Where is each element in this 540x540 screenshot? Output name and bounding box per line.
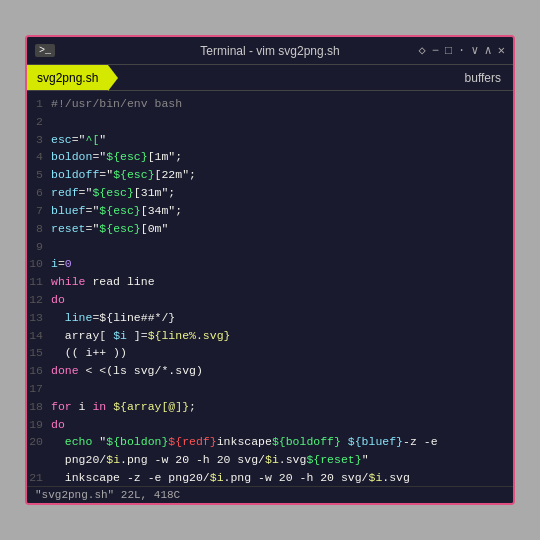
line-15: 15 (( i++ )) <box>27 344 513 362</box>
chevron-up-icon[interactable]: ∧ <box>485 43 492 58</box>
code-editor[interactable]: 1#!/usr/bin/env bash 2 3esc="^[" 4boldon… <box>27 91 513 486</box>
line-18: 18for i in ${array[@]}; <box>27 398 513 416</box>
dot-icon: · <box>458 44 465 58</box>
line-16: 16done < <(ls svg/*.svg) <box>27 362 513 380</box>
line-19: 19do <box>27 416 513 434</box>
titlebar: >_ Terminal - vim svg2png.sh ◇ − □ · ∨ ∧… <box>27 37 513 65</box>
active-tab[interactable]: svg2png.sh <box>27 65 108 90</box>
line-3: 3esc="^[" <box>27 131 513 149</box>
line-6: 6redf="${esc}[31m"; <box>27 184 513 202</box>
line-11: 11while read line <box>27 273 513 291</box>
chevron-down-icon[interactable]: ∨ <box>471 43 478 58</box>
line-1: 1#!/usr/bin/env bash <box>27 95 513 113</box>
close-icon[interactable]: ✕ <box>498 43 505 58</box>
line-4: 4boldon="${esc}[1m"; <box>27 148 513 166</box>
line-8: 8reset="${esc}[0m" <box>27 220 513 238</box>
line-10: 10i=0 <box>27 255 513 273</box>
line-13: 13 line=${line##*/} <box>27 309 513 327</box>
line-9: 9 <box>27 238 513 256</box>
buffers-label[interactable]: buffers <box>453 71 513 85</box>
line-17: 17 <box>27 380 513 398</box>
status-bar: "svg2png.sh" 22L, 418C <box>27 486 513 503</box>
minimize-icon[interactable]: − <box>432 44 439 58</box>
terminal-icon: >_ <box>35 44 55 57</box>
line-7: 7bluef="${esc}[34m"; <box>27 202 513 220</box>
tab-bar: svg2png.sh buffers <box>27 65 513 91</box>
window-controls[interactable]: ◇ − □ · ∨ ∧ ✕ <box>418 43 505 58</box>
line-14: 14 array[ $i ]=${line%.svg} <box>27 327 513 345</box>
line-5: 5boldoff="${esc}[22m"; <box>27 166 513 184</box>
line-20: 20 echo "${boldon}${redf}inkscape${boldo… <box>27 433 513 451</box>
diamond-icon[interactable]: ◇ <box>418 43 425 58</box>
tab-label: svg2png.sh <box>37 71 98 85</box>
line-20b: png20/$i.png -w 20 -h 20 svg/$i.svg${res… <box>27 451 513 469</box>
window-title: Terminal - vim svg2png.sh <box>200 44 339 58</box>
line-12: 12do <box>27 291 513 309</box>
tab-triangle <box>108 65 118 91</box>
maximize-icon[interactable]: □ <box>445 44 452 58</box>
terminal-window[interactable]: >_ Terminal - vim svg2png.sh ◇ − □ · ∨ ∧… <box>25 35 515 505</box>
titlebar-left: >_ <box>35 44 55 57</box>
line-21: 21 inkscape -z -e png20/$i.png -w 20 -h … <box>27 469 513 486</box>
status-text: "svg2png.sh" 22L, 418C <box>35 489 180 501</box>
line-2: 2 <box>27 113 513 131</box>
